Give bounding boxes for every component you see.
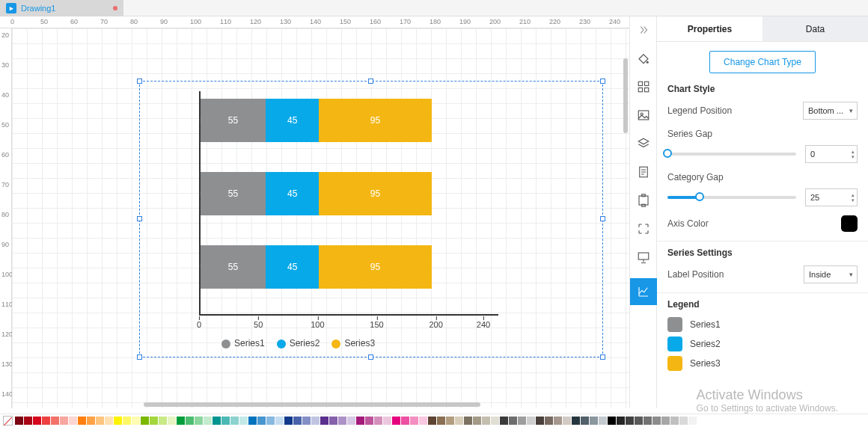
palette-swatch[interactable] <box>60 417 68 425</box>
change-chart-type-button[interactable]: Change Chart Type <box>709 51 816 73</box>
palette-swatch[interactable] <box>401 417 409 425</box>
legend-color-swatch[interactable] <box>667 356 682 371</box>
palette-swatch[interactable] <box>383 417 391 425</box>
palette-swatch[interactable] <box>78 417 86 425</box>
palette-swatch[interactable] <box>329 417 337 425</box>
palette-swatch[interactable] <box>392 417 400 425</box>
palette-swatch[interactable] <box>177 417 185 425</box>
palette-swatch[interactable] <box>320 417 328 425</box>
palette-swatch[interactable] <box>527 417 535 425</box>
palette-swatch[interactable] <box>168 417 176 425</box>
horizontal-scrollbar[interactable] <box>144 402 480 407</box>
stacked-bar-chart[interactable]: Category3554595Category2554595Category15… <box>199 88 551 342</box>
palette-swatch[interactable] <box>581 417 589 425</box>
palette-swatch[interactable] <box>410 417 418 425</box>
resize-handle[interactable] <box>600 354 605 360</box>
resize-handle[interactable] <box>600 79 605 84</box>
palette-swatch[interactable] <box>221 417 230 425</box>
palette-swatch[interactable] <box>266 417 275 425</box>
palette-swatch[interactable] <box>679 417 688 425</box>
palette-swatch[interactable] <box>33 417 41 425</box>
palette-swatch[interactable] <box>608 417 616 425</box>
palette-swatch[interactable] <box>51 417 59 425</box>
axis-color-swatch[interactable] <box>841 215 858 232</box>
palette-swatch[interactable] <box>204 417 212 425</box>
palette-swatch[interactable] <box>626 417 634 425</box>
no-fill-swatch[interactable] <box>3 416 13 426</box>
palette-swatch[interactable] <box>374 417 382 425</box>
palette-swatch[interactable] <box>437 417 445 425</box>
palette-swatch[interactable] <box>302 417 311 425</box>
resize-handle[interactable] <box>600 216 605 221</box>
component-icon[interactable] <box>636 193 651 208</box>
label-position-select[interactable]: Inside <box>804 265 858 283</box>
tab-data[interactable]: Data <box>762 16 868 41</box>
chart-properties-icon[interactable] <box>630 278 657 305</box>
resize-handle[interactable] <box>368 79 373 84</box>
resize-handle[interactable] <box>137 79 142 84</box>
palette-swatch[interactable] <box>455 417 463 425</box>
palette-swatch[interactable] <box>347 417 355 425</box>
palette-swatch[interactable] <box>275 417 284 425</box>
palette-swatch[interactable] <box>464 417 472 425</box>
palette-swatch[interactable] <box>230 417 239 425</box>
palette-swatch[interactable] <box>159 417 167 425</box>
resize-handle[interactable] <box>137 216 142 221</box>
palette-swatch[interactable] <box>599 417 607 425</box>
palette-swatch[interactable] <box>688 417 697 425</box>
series-gap-input[interactable]: 0 <box>805 145 858 163</box>
palette-swatch[interactable] <box>536 417 544 425</box>
palette-swatch[interactable] <box>554 417 562 425</box>
palette-swatch[interactable] <box>123 417 131 425</box>
palette-swatch[interactable] <box>491 417 499 425</box>
palette-swatch[interactable] <box>132 417 140 425</box>
palette-swatch[interactable] <box>42 417 50 425</box>
palette-swatch[interactable] <box>644 417 652 425</box>
canvas-grid[interactable]: Category3554595Category2554595Category15… <box>12 28 629 408</box>
palette-swatch[interactable] <box>24 417 32 425</box>
resize-handle[interactable] <box>137 354 142 360</box>
palette-swatch[interactable] <box>150 417 158 425</box>
legend-series-item[interactable]: Series2 <box>667 337 858 351</box>
legend-color-swatch[interactable] <box>667 317 682 332</box>
palette-swatch[interactable] <box>284 417 293 425</box>
palette-swatch[interactable] <box>15 417 23 425</box>
palette-swatch[interactable] <box>105 417 113 425</box>
category-gap-slider[interactable] <box>667 196 796 199</box>
palette-swatch[interactable] <box>213 417 221 425</box>
palette-swatch[interactable] <box>670 417 679 425</box>
palette-swatch[interactable] <box>500 417 508 425</box>
document-tab[interactable]: ▸ Drawing1 <box>0 0 123 16</box>
palette-swatch[interactable] <box>239 417 248 425</box>
palette-swatch[interactable] <box>446 417 454 425</box>
palette-swatch[interactable] <box>572 417 580 425</box>
palette-swatch[interactable] <box>473 417 481 425</box>
palette-swatch[interactable] <box>114 417 122 425</box>
palette-swatch[interactable] <box>563 417 571 425</box>
palette-swatch[interactable] <box>419 417 427 425</box>
palette-swatch[interactable] <box>195 417 203 425</box>
palette-swatch[interactable] <box>365 417 373 425</box>
palette-swatch[interactable] <box>186 417 194 425</box>
focus-icon[interactable] <box>636 221 651 236</box>
grid-tool-icon[interactable] <box>636 79 651 94</box>
palette-swatch[interactable] <box>482 417 490 425</box>
category-gap-input[interactable]: 25 <box>805 188 858 206</box>
legend-series-item[interactable]: Series3 <box>667 356 858 371</box>
resize-handle[interactable] <box>368 354 373 360</box>
palette-swatch[interactable] <box>590 417 598 425</box>
presentation-icon[interactable] <box>636 250 651 265</box>
palette-swatch[interactable] <box>338 417 346 425</box>
layers-icon[interactable] <box>636 136 651 151</box>
palette-swatch[interactable] <box>545 417 553 425</box>
palette-swatch[interactable] <box>652 417 661 425</box>
collapse-panel-icon[interactable] <box>636 22 651 37</box>
palette-swatch[interactable] <box>293 417 302 425</box>
palette-swatch[interactable] <box>356 417 364 425</box>
palette-swatch[interactable] <box>428 417 436 425</box>
page-icon[interactable] <box>636 165 651 179</box>
tab-properties[interactable]: Properties <box>657 16 762 41</box>
palette-swatch[interactable] <box>635 417 643 425</box>
vertical-scrollbar[interactable] <box>623 58 628 133</box>
palette-swatch[interactable] <box>87 417 95 425</box>
